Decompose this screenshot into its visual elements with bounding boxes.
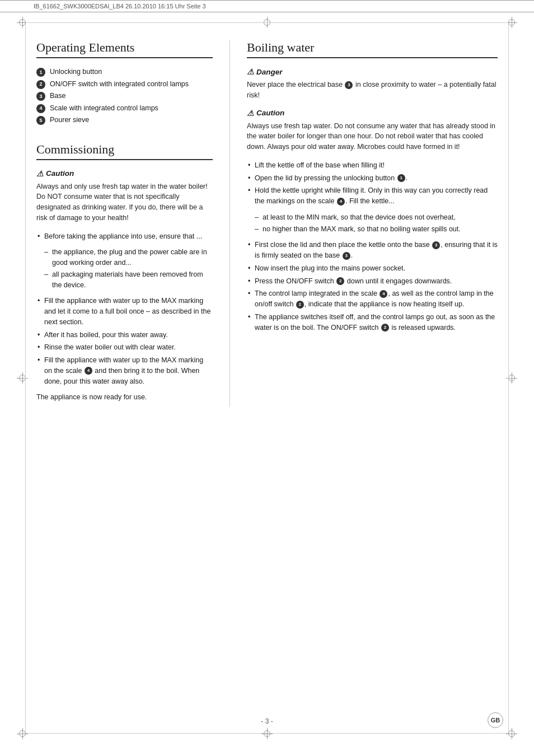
ready-text: The appliance is now ready for use. [36, 392, 213, 403]
inline-num-2b: 2 [296, 301, 304, 309]
registration-mark-mr [506, 372, 517, 384]
list-item: Fill the appliance with water up to the … [36, 355, 213, 386]
inline-num-2a: 2 [336, 277, 344, 285]
item-number: 1 [36, 68, 45, 77]
list-item: all packaging materials have been remove… [44, 269, 213, 291]
list-item: First close the lid and then place the k… [247, 240, 498, 261]
list-item: 2 ON/OFF switch with integrated control … [36, 80, 213, 90]
registration-mark-br [506, 728, 517, 739]
boiling-water-title: Boiling water [247, 40, 498, 58]
item-number: 5 [36, 116, 45, 125]
caution-title: ⚠ Caution [36, 169, 213, 178]
danger-triangle-icon: ⚠ [247, 67, 254, 76]
inline-num-4: 4 [85, 367, 92, 375]
operating-elements-list: 1 Unlocking button 2 ON/OFF switch with … [36, 67, 213, 125]
list-item: Hold the kettle upright while filling it… [247, 185, 498, 207]
list-item: 4 Scale with integrated control lamps [36, 104, 213, 114]
item-text: Scale with integrated control lamps [50, 104, 158, 114]
caution-block-right: ⚠ Caution Always use fresh tap water. Do… [247, 109, 498, 152]
list-item: Open the lid by pressing the unlocking b… [247, 173, 498, 184]
danger-text: Never place the electrical base 3 in clo… [247, 80, 498, 101]
page-number: - 3 - [261, 717, 273, 725]
list-item: After it has boiled, pour this water awa… [36, 330, 213, 340]
list-item: Lift the kettle off of the base when fil… [247, 160, 498, 171]
commissioning-section: Commissioning ⚠ Caution Always and only … [36, 142, 213, 403]
caution-block: ⚠ Caution Always and only use fresh tap … [36, 169, 213, 223]
footer: - 3 - [0, 717, 534, 725]
boiling-bullets-1: Lift the kettle off of the base when fil… [247, 160, 498, 207]
item-number: 3 [36, 92, 45, 101]
inline-num-4c: 4 [380, 290, 387, 298]
list-item: Now insert the plug into the mains power… [247, 263, 498, 274]
triangle-icon: ⚠ [36, 169, 44, 178]
registration-mark-bc [261, 728, 273, 739]
operating-elements-section: Operating Elements 1 Unlocking button 2 … [36, 40, 213, 125]
commissioning-dashes-1: the appliance, the plug and the power ca… [44, 247, 213, 290]
inline-num-4b: 4 [337, 198, 345, 206]
list-item: 5 Pourer sieve [36, 115, 213, 125]
registration-mark-bl [17, 728, 28, 739]
triangle-icon-right: ⚠ [247, 109, 254, 118]
inline-num-2c: 2 [381, 324, 389, 332]
item-text: Unlocking button [50, 67, 102, 77]
main-content: Operating Elements 1 Unlocking button 2 … [0, 12, 534, 435]
header-strip: IB_61662_SWK3000EDSAl_LB4 26.10.2010 16:… [0, 0, 534, 12]
gb-badge: GB [488, 712, 503, 728]
list-item: Before taking the appliance into use, en… [36, 231, 213, 242]
boiling-dashes-1: at least to the MIN mark, so that the de… [255, 212, 498, 235]
right-column: Boiling water ⚠ Danger Never place the e… [230, 40, 498, 338]
inline-num-3b: 3 [432, 241, 440, 249]
commissioning-bullets-1: Before taking the appliance into use, en… [36, 231, 213, 242]
border-bottom [25, 733, 509, 734]
danger-block: ⚠ Danger Never place the electrical base… [247, 67, 498, 101]
list-item: 3 Base [36, 91, 213, 101]
item-text: Base [50, 91, 66, 101]
inline-num-3c: 3 [343, 252, 350, 260]
registration-mark-ml [17, 372, 28, 384]
commissioning-bullets-2: Fill the appliance with water up to the … [36, 296, 213, 386]
list-item: Press the ON/OFF switch 2 down until it … [247, 276, 498, 287]
item-text: Pourer sieve [50, 115, 89, 125]
list-item: at least to the MIN mark, so that the de… [255, 212, 498, 223]
inline-num-3a: 3 [345, 81, 353, 89]
list-item: The control lamp integrated in the scale… [247, 288, 498, 310]
header-text: IB_61662_SWK3000EDSAl_LB4 26.10.2010 16:… [34, 3, 206, 10]
page: IB_61662_SWK3000EDSAl_LB4 26.10.2010 16:… [0, 0, 534, 756]
list-item: the appliance, the plug and the power ca… [44, 247, 213, 268]
left-column: Operating Elements 1 Unlocking button 2 … [36, 40, 230, 407]
operating-elements-title: Operating Elements [36, 40, 213, 58]
border-top [25, 22, 509, 23]
list-item: The appliance switches itself off, and t… [247, 312, 498, 333]
list-item: Fill the appliance with water up to the … [36, 296, 213, 327]
list-item: Rinse the water boiler out with clear wa… [36, 342, 213, 353]
list-item: no higher than the MAX mark, so that no … [255, 224, 498, 235]
commissioning-title: Commissioning [36, 142, 213, 160]
item-text: ON/OFF switch with integrated control la… [50, 80, 189, 90]
danger-title: ⚠ Danger [247, 67, 498, 76]
inline-num-1a: 1 [397, 174, 405, 182]
item-number: 2 [36, 80, 45, 89]
border-right [508, 22, 509, 734]
caution-text: Always and only use fresh tap water in t… [36, 181, 213, 223]
list-item: 1 Unlocking button [36, 67, 213, 77]
item-number: 4 [36, 104, 45, 113]
boiling-bullets-2: First close the lid and then place the k… [247, 240, 498, 333]
caution-text-right: Always use fresh tap water. Do not consu… [247, 121, 498, 152]
caution-title-right: ⚠ Caution [247, 109, 498, 118]
border-left [25, 22, 26, 734]
